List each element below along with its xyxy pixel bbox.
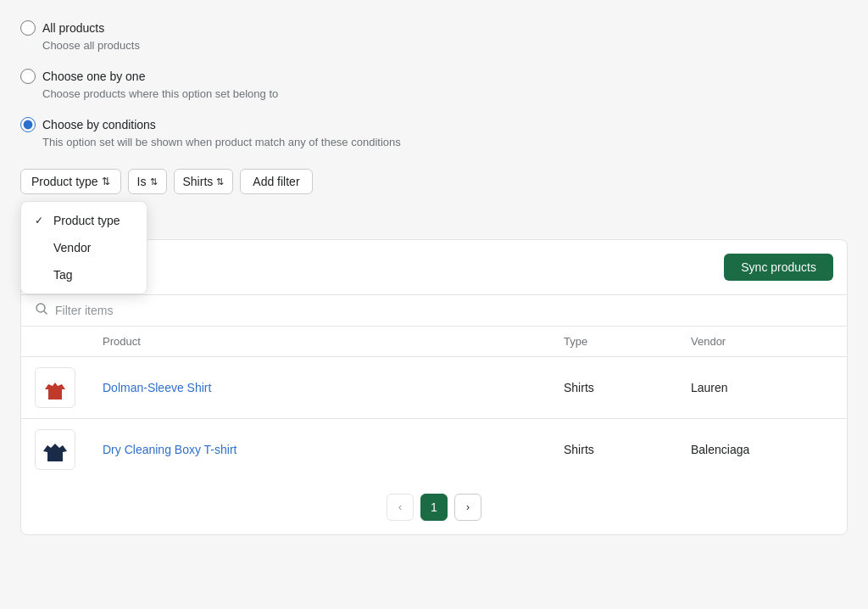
filter-operator-select[interactable]: Is ⇅	[128, 169, 167, 194]
add-filter-label: Add filter	[253, 175, 299, 188]
dropdown-item-vendor[interactable]: Vendor	[21, 234, 147, 261]
filter-type-dropdown[interactable]: Product type ⇅	[20, 169, 121, 194]
chevron-right-icon: ›	[466, 501, 470, 513]
chevron-left-icon: ‹	[398, 501, 402, 513]
table-row: Dolman-Sleeve ShirtShirtsLauren	[21, 357, 847, 419]
product-name-cell: Dolman-Sleeve Shirt	[89, 357, 550, 419]
product-selection-options: All products Choose all products Choose …	[20, 20, 848, 148]
product-vendor-cell: Balenciaga	[677, 419, 847, 481]
prev-page-button[interactable]: ‹	[387, 494, 414, 521]
dropdown-item-tag[interactable]: Tag	[21, 261, 147, 288]
page-1-button[interactable]: 1	[420, 494, 448, 521]
radio-all-desc: Choose all products	[42, 39, 848, 52]
radio-one-desc: Choose products where this option set be…	[42, 87, 848, 100]
radio-all[interactable]	[20, 20, 36, 36]
radio-conditions-label: Choose by conditions	[42, 118, 156, 131]
checkmark-icon: ✓	[35, 215, 47, 226]
product-name-link[interactable]: Dolman-Sleeve Shirt	[103, 381, 211, 394]
product-thumbnail-cell	[21, 419, 89, 481]
col-header-vendor: Vendor	[677, 327, 847, 357]
dropdown-item-label: Product type	[53, 214, 120, 227]
product-type-cell: Shirts	[550, 419, 677, 481]
col-header-thumbnail	[21, 327, 89, 357]
updown-icon: ⇅	[216, 176, 224, 187]
updown-icon: ⇅	[150, 176, 158, 187]
radio-all-label: All products	[42, 21, 104, 35]
radio-option-one: Choose one by one Choose products where …	[20, 69, 848, 100]
filter-value-select[interactable]: Shirts ⇅	[174, 169, 234, 194]
radio-one[interactable]	[20, 69, 36, 84]
products-table: Product Type Vendor Dolman-Sleeve ShirtS…	[21, 327, 847, 480]
product-thumbnail-cell	[21, 357, 89, 419]
table-row: Dry Cleaning Boxy T-shirtShirtsBalenciag…	[21, 419, 847, 481]
search-bar	[21, 294, 847, 327]
radio-one-label: Choose one by one	[42, 70, 145, 83]
filter-row: Product type ⇅ ✓ Product type Vendor Tag	[20, 169, 848, 194]
filter-operator-label: Is	[137, 175, 147, 188]
search-input[interactable]	[55, 304, 833, 317]
next-page-button[interactable]: ›	[454, 494, 481, 521]
radio-conditions-desc: This option set will be shown when produ…	[42, 136, 848, 148]
dropdown-item-label: Tag	[53, 268, 73, 282]
product-name-cell: Dry Cleaning Boxy T-shirt	[89, 419, 550, 481]
product-thumbnail	[35, 367, 75, 408]
radio-conditions[interactable]	[20, 117, 36, 132]
dropdown-item-product-type[interactable]: ✓ Product type	[21, 207, 147, 234]
sync-products-button[interactable]: Sync products	[724, 254, 833, 281]
filter-type-menu: ✓ Product type Vendor Tag	[20, 201, 147, 294]
page-1-label: 1	[431, 500, 437, 514]
product-name-link[interactable]: Dry Cleaning Boxy T-shirt	[103, 443, 236, 456]
col-header-type: Type	[550, 327, 677, 357]
svg-line-1	[44, 311, 47, 314]
add-filter-button[interactable]: Add filter	[240, 169, 312, 194]
filter-type-label: Product type	[31, 175, 98, 188]
product-vendor-cell: Lauren	[677, 357, 847, 419]
pagination: ‹ 1 ›	[21, 480, 847, 534]
search-icon	[35, 302, 48, 319]
chevron-down-icon: ⇅	[102, 176, 110, 187]
product-type-cell: Shirts	[550, 357, 677, 419]
product-thumbnail	[35, 429, 75, 470]
col-header-product: Product	[89, 327, 550, 357]
radio-option-conditions: Choose by conditions This option set wil…	[20, 117, 848, 148]
radio-option-all: All products Choose all products	[20, 20, 848, 52]
dropdown-item-label: Vendor	[53, 241, 91, 254]
filter-value-label: Shirts	[183, 175, 214, 188]
